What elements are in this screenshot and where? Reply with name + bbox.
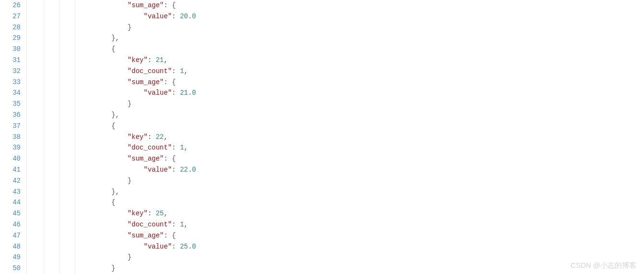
token-str: "key" [128, 133, 148, 141]
token-punc: : [172, 89, 180, 97]
line-number: 30 [0, 44, 21, 55]
token-punc: : [172, 243, 180, 250]
code-line[interactable]: "key": 21, [31, 55, 644, 66]
token-str: "doc_count" [128, 144, 172, 151]
token-num: 22 [155, 133, 164, 141]
code-area[interactable]: "sum_age": { "value": 20.0 } }, { "key":… [27, 0, 644, 274]
code-line[interactable]: } [31, 263, 644, 274]
token-punc: , [164, 210, 167, 217]
token-punc: , [164, 56, 167, 64]
code-line[interactable]: "doc_count": 1, [31, 142, 644, 153]
token-punc: : [172, 144, 180, 151]
line-gutter: 2627282930313233343536373839404142434445… [0, 0, 27, 274]
line-number: 39 [0, 142, 21, 153]
line-number: 33 [0, 77, 21, 88]
line-number: 42 [0, 175, 21, 187]
token-punc: : [172, 166, 180, 174]
code-line[interactable]: { [31, 44, 644, 55]
code-line[interactable]: "sum_age": { [31, 0, 644, 11]
code-line[interactable]: "value": 22.0 [31, 164, 644, 175]
line-number: 48 [0, 241, 21, 252]
token-str: "key" [128, 56, 148, 64]
line-number: 46 [0, 219, 21, 230]
token-punc: }, [111, 188, 119, 196]
token-punc: }, [111, 34, 119, 42]
code-line[interactable]: "sum_age": { [31, 77, 644, 88]
token-punc: }, [111, 111, 119, 119]
token-punc: , [184, 144, 188, 151]
token-str: "value" [143, 89, 172, 97]
token-punc: } [111, 264, 115, 272]
token-str: "value" [143, 12, 172, 20]
code-line[interactable]: "doc_count": 1, [31, 66, 644, 77]
token-num: 21.0 [180, 89, 196, 97]
token-punc: : { [164, 78, 176, 86]
token-num: 25 [155, 210, 164, 217]
code-line[interactable]: }, [31, 33, 644, 44]
line-number: 31 [0, 55, 21, 66]
line-number: 28 [0, 22, 21, 33]
token-punc: : [172, 221, 180, 228]
line-number: 35 [0, 99, 21, 110]
line-number: 34 [0, 87, 21, 99]
code-line[interactable]: } [31, 99, 644, 110]
code-line[interactable]: "doc_count": 1, [31, 219, 644, 230]
token-punc: { [111, 45, 115, 53]
line-number: 26 [0, 0, 21, 11]
code-editor: 2627282930313233343536373839404142434445… [0, 0, 644, 274]
line-number: 41 [0, 164, 21, 175]
token-punc: } [128, 177, 131, 185]
code-line[interactable]: "value": 25.0 [31, 241, 644, 252]
token-str: "key" [128, 210, 148, 217]
line-number: 36 [0, 110, 21, 121]
token-num: 25.0 [180, 243, 196, 250]
line-number: 47 [0, 230, 21, 241]
token-num: 21 [155, 56, 164, 64]
line-number: 40 [0, 153, 21, 164]
token-punc: : [172, 12, 180, 20]
token-num: 20.0 [180, 12, 196, 20]
token-punc: : [148, 133, 156, 141]
code-line[interactable]: } [31, 22, 644, 33]
token-punc: } [128, 100, 131, 108]
token-punc: , [184, 221, 188, 228]
token-punc: : [148, 56, 156, 64]
line-number: 50 [0, 263, 21, 274]
token-punc: : [148, 210, 156, 217]
line-number: 45 [0, 208, 21, 219]
line-number: 43 [0, 187, 21, 198]
line-number: 38 [0, 132, 21, 143]
token-str: "doc_count" [128, 67, 172, 75]
token-num: 22.0 [180, 166, 196, 174]
token-punc: : [172, 67, 180, 75]
token-str: "sum_age" [128, 232, 164, 239]
code-line[interactable]: "sum_age": { [31, 230, 644, 241]
code-line[interactable]: } [31, 175, 644, 187]
code-line[interactable]: } [31, 252, 644, 263]
line-number: 37 [0, 121, 21, 132]
line-number: 27 [0, 11, 21, 22]
code-line[interactable]: { [31, 197, 644, 208]
line-number: 32 [0, 66, 21, 77]
token-punc: { [111, 122, 115, 130]
token-punc: } [128, 253, 131, 261]
code-line[interactable]: "key": 25, [31, 208, 644, 219]
token-punc: { [111, 199, 115, 206]
token-str: "sum_age" [128, 1, 164, 9]
token-punc: } [128, 24, 131, 31]
token-str: "sum_age" [128, 155, 164, 162]
token-str: "doc_count" [128, 221, 172, 228]
code-line[interactable]: { [31, 121, 644, 132]
code-line[interactable]: }, [31, 187, 644, 198]
code-line[interactable]: "value": 21.0 [31, 87, 644, 99]
token-punc: , [164, 133, 167, 141]
line-number: 29 [0, 33, 21, 44]
code-line[interactable]: }, [31, 110, 644, 121]
token-punc: : { [164, 232, 176, 239]
token-str: "value" [143, 243, 172, 250]
line-number: 49 [0, 252, 21, 263]
token-punc: , [184, 67, 188, 75]
code-line[interactable]: "key": 22, [31, 132, 644, 143]
code-line[interactable]: "value": 20.0 [31, 11, 644, 22]
code-line[interactable]: "sum_age": { [31, 153, 644, 164]
